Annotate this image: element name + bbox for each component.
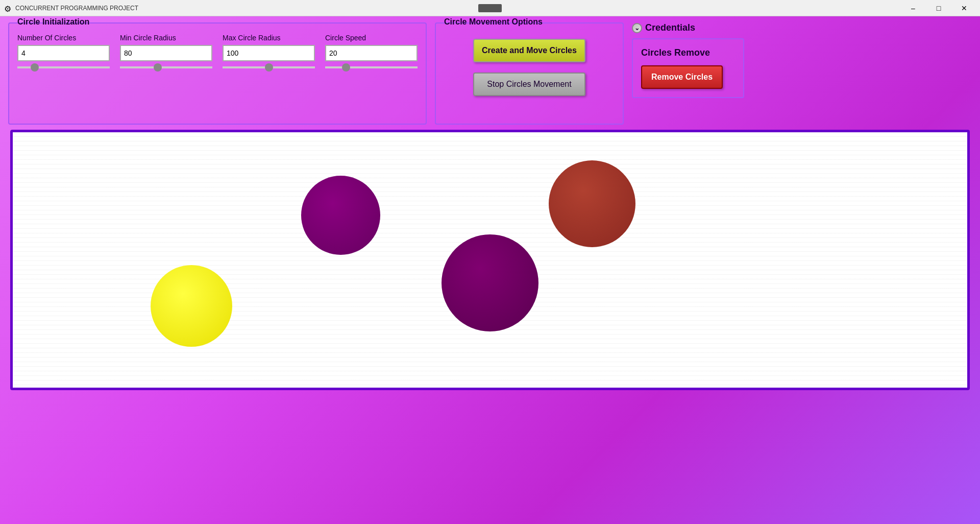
max-radius-label: Max Circle Radius — [223, 34, 281, 42]
movement-panel: Circle Movement Options Create and Move … — [435, 22, 624, 125]
create-move-button[interactable]: Create and Move Circles — [473, 39, 585, 62]
min-radius-group: Min Circle Radius — [120, 34, 212, 68]
min-radius-slider[interactable] — [120, 66, 212, 68]
circle-speed-input[interactable] — [325, 45, 418, 61]
init-panel: Circle Initialization Number Of Circles … — [8, 22, 427, 125]
credentials-dropdown-icon[interactable]: ⌄ — [632, 23, 642, 33]
circle-yellow — [151, 265, 232, 347]
title-bar-text: CONCURRENT PROGRAMMING PROJECT — [15, 5, 901, 12]
credentials-area: ⌄ Credentials — [632, 22, 695, 33]
stop-movement-button[interactable]: Stop Circles Movement — [473, 73, 585, 96]
movement-panel-inner: Create and Move Circles Stop Circles Mov… — [444, 39, 615, 96]
max-radius-input[interactable] — [223, 45, 315, 61]
circle-red — [549, 160, 635, 247]
remove-panel-title: Circles Remove — [641, 47, 735, 58]
remove-panel: Circles Remove Remove Circles — [632, 38, 744, 98]
circle-speed-slider[interactable] — [325, 66, 418, 68]
close-button[interactable]: ✕ — [952, 0, 976, 16]
max-radius-group: Max Circle Radius — [223, 34, 315, 68]
min-radius-label: Min Circle Radius — [120, 34, 176, 42]
minimize-bar-indicator — [478, 4, 502, 12]
num-circles-group: Number Of Circles — [17, 34, 110, 68]
app-icon: ⚙ — [4, 4, 12, 12]
circle-speed-label: Circle Speed — [325, 34, 366, 42]
credentials-label: Credentials — [645, 22, 695, 33]
max-radius-slider[interactable] — [223, 66, 315, 68]
circle-speed-group: Circle Speed — [325, 34, 418, 68]
num-circles-input[interactable] — [17, 45, 110, 61]
circle-purple-large — [442, 234, 538, 331]
num-circles-slider[interactable] — [17, 66, 110, 68]
remove-circles-button[interactable]: Remove Circles — [641, 65, 723, 89]
right-area: ⌄ Credentials Circles Remove Remove Circ… — [632, 22, 972, 98]
init-panel-title: Circle Initialization — [15, 17, 91, 27]
maximize-button[interactable]: □ — [927, 0, 950, 16]
init-panel-inner: Number Of Circles Min Circle Radius Max … — [17, 34, 418, 68]
movement-panel-title: Circle Movement Options — [442, 17, 545, 27]
minimize-button[interactable]: – — [901, 0, 925, 16]
circle-purple-small — [301, 176, 380, 255]
title-bar-controls: – □ ✕ — [901, 0, 976, 16]
num-circles-label: Number Of Circles — [17, 34, 76, 42]
title-bar: ⚙ CONCURRENT PROGRAMMING PROJECT – □ ✕ — [0, 0, 980, 16]
canvas-area — [10, 130, 970, 390]
credentials-header: ⌄ Credentials — [632, 22, 695, 33]
top-row: Circle Initialization Number Of Circles … — [8, 22, 972, 125]
min-radius-input[interactable] — [120, 45, 212, 61]
main-content: Circle Initialization Number Of Circles … — [0, 16, 980, 396]
